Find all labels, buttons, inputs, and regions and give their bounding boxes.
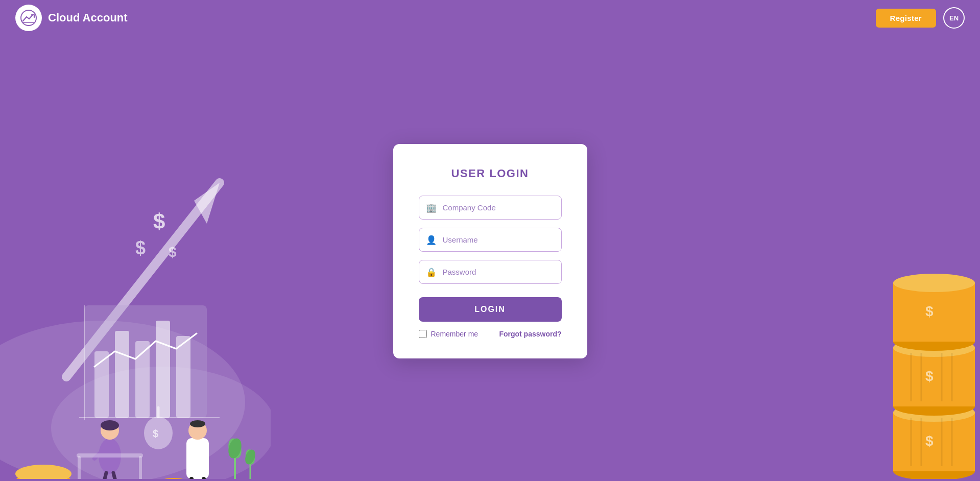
forgot-password-link[interactable]: Forgot password? [499,330,561,338]
username-input[interactable] [419,228,562,252]
remember-me-checkbox[interactable] [419,330,427,338]
svg-text:$: $ [153,209,165,233]
right-illustration: $ $ $ [832,264,980,481]
header: Cloud Account Register EN [0,0,980,36]
svg-text:$: $ [153,428,158,439]
svg-point-19 [101,420,119,430]
login-title: USER LOGIN [419,167,562,180]
svg-point-28 [190,420,205,427]
language-button[interactable]: EN [943,7,965,29]
register-button[interactable]: Register [876,9,936,28]
company-code-input[interactable] [419,196,562,220]
login-footer: Remember me Forgot password? [419,330,562,338]
svg-rect-14 [176,336,190,418]
svg-rect-13 [156,321,170,418]
brand-name: Cloud Account [48,11,128,25]
left-illustration: $ $ $ [0,70,271,481]
svg-rect-23 [77,453,143,458]
company-code-group: 🏢 [419,196,562,220]
svg-text:$: $ [135,237,146,258]
svg-text:$: $ [925,368,934,384]
username-group: 👤 [419,228,562,252]
login-card: USER LOGIN 🏢 👤 🔒 LOGIN Remember me Forgo… [393,144,587,358]
svg-text:$: $ [925,303,934,319]
header-right: Register EN [876,7,965,29]
svg-text:$: $ [169,244,177,260]
svg-point-58 [893,274,975,292]
svg-rect-11 [115,331,129,418]
brand: Cloud Account [15,5,128,31]
remember-me-text: Remember me [431,330,479,338]
password-group: 🔒 [419,260,562,284]
password-input[interactable] [419,260,562,284]
remember-me-label[interactable]: Remember me [419,330,479,338]
svg-text:$: $ [925,433,934,449]
brand-logo [15,5,42,31]
login-button[interactable]: LOGIN [419,297,562,322]
svg-rect-26 [186,438,209,479]
